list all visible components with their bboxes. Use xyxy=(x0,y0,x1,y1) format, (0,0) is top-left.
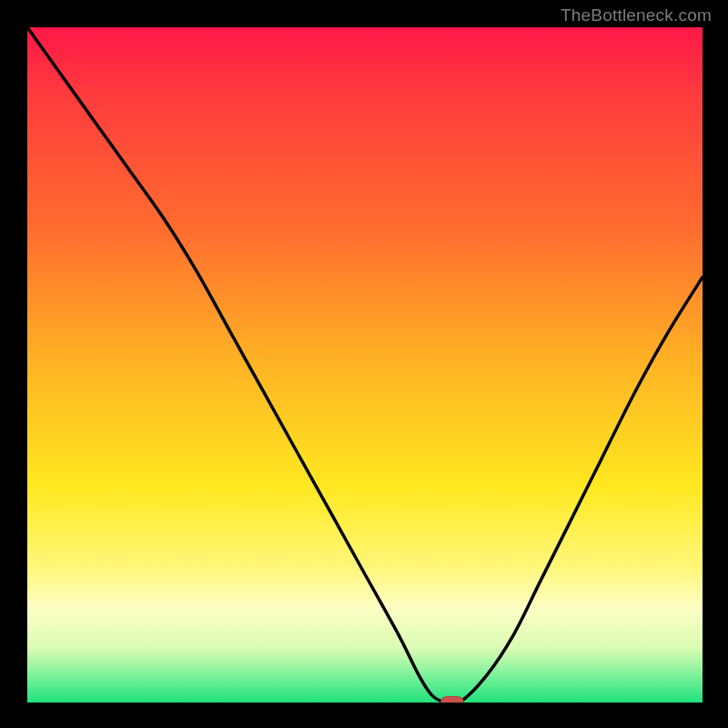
chart-frame: TheBottleneck.com xyxy=(0,0,728,728)
watermark-text: TheBottleneck.com xyxy=(561,5,712,25)
optimal-marker xyxy=(440,696,464,703)
curve-svg xyxy=(27,27,703,703)
bottleneck-curve xyxy=(27,27,703,703)
plot-area xyxy=(27,27,703,703)
